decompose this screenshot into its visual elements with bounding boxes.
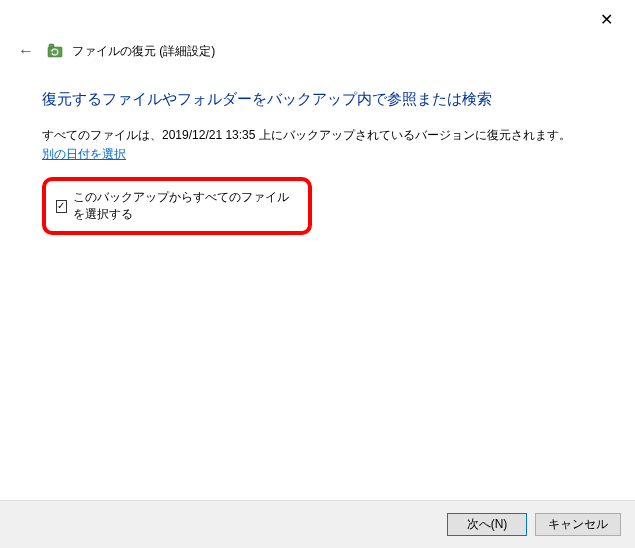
next-button[interactable]: 次へ(N) xyxy=(447,513,527,536)
checkbox-checkmark-icon: ✓ xyxy=(56,200,67,213)
content-area: 復元するファイルやフォルダーをバックアップ内で参照または検索 すべてのファイルは… xyxy=(0,62,635,235)
select-date-link[interactable]: 別の日付を選択 xyxy=(42,146,126,163)
window-title: ファイルの復元 (詳細設定) xyxy=(72,43,215,60)
svg-rect-1 xyxy=(49,44,54,48)
footer-bar: 次へ(N) キャンセル xyxy=(0,500,635,548)
backup-description: すべてのファイルは、2019/12/21 13:35 上にバックアップされている… xyxy=(42,127,593,144)
checkbox-label: このバックアップからすべてのファイルを選択する xyxy=(73,189,298,223)
highlight-annotation-box: ✓ このバックアップからすべてのファイルを選択する xyxy=(42,177,312,235)
page-heading: 復元するファイルやフォルダーをバックアップ内で参照または検索 xyxy=(42,90,593,109)
restore-app-icon xyxy=(46,42,64,60)
back-arrow-icon[interactable]: ← xyxy=(14,40,38,62)
select-all-files-checkbox[interactable]: ✓ このバックアップからすべてのファイルを選択する xyxy=(56,189,298,223)
cancel-button[interactable]: キャンセル xyxy=(535,513,621,536)
header-bar: ← ファイルの復元 (詳細設定) xyxy=(0,0,635,62)
close-button[interactable]: ✕ xyxy=(592,6,621,33)
